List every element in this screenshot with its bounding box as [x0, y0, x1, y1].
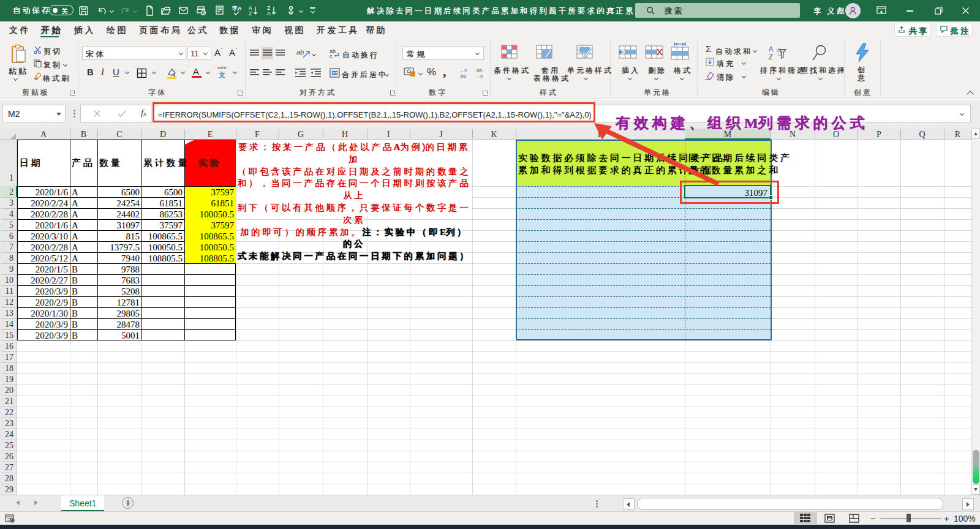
svg-text:.00: .00	[459, 73, 467, 78]
svg-text:A: A	[267, 10, 271, 17]
svg-text:←0: ←0	[459, 68, 467, 73]
svg-text:A: A	[769, 45, 774, 53]
svg-text:字A: 字A	[232, 6, 242, 12]
svg-text:Z: Z	[769, 53, 773, 61]
svg-text:.00: .00	[475, 68, 483, 73]
svg-text:→0: →0	[475, 73, 483, 78]
svg-text:Z: Z	[249, 10, 252, 17]
svg-text:c: c	[330, 53, 333, 59]
